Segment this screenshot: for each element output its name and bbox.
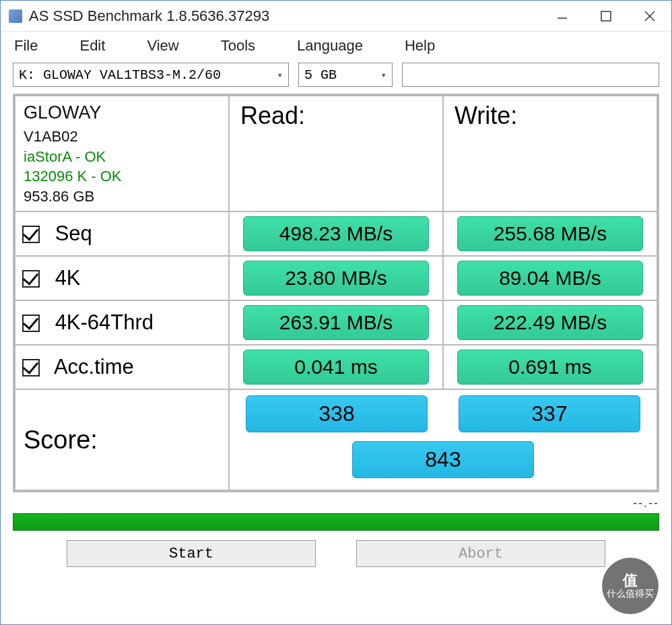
- seq-read: 498.23 MB/s: [243, 216, 429, 251]
- alignment-status: 132096 K - OK: [24, 166, 220, 187]
- watermark: 值 什么值得买: [602, 558, 659, 614]
- score-total: 843: [352, 441, 534, 478]
- checkbox-acc[interactable]: [22, 359, 40, 376]
- 4k-read: 23.80 MB/s: [243, 261, 429, 296]
- row-4k: 4K: [15, 256, 229, 300]
- size-select-value: 5 GB: [304, 67, 337, 83]
- 4k-write: 89.04 MB/s: [457, 261, 643, 296]
- results-panel: GLOWAY V1AB02 iaStorA - OK 132096 K - OK…: [13, 94, 659, 492]
- chevron-down-icon: ▾: [277, 69, 283, 81]
- drive-select-value: K: GLOWAY VAL1TBS3-M.2/60: [19, 67, 221, 83]
- toolbar: K: GLOWAY VAL1TBS3-M.2/60 ▾ 5 GB ▾: [1, 60, 671, 94]
- menu-view[interactable]: View: [140, 34, 185, 57]
- app-window: AS SSD Benchmark 1.8.5636.37293 File Edi…: [0, 0, 672, 625]
- menubar: File Edit View Tools Language Help: [1, 32, 671, 60]
- size-select[interactable]: 5 GB ▾: [298, 63, 393, 87]
- drive-info-cell: GLOWAY V1AB02 iaStorA - OK 132096 K - OK…: [15, 96, 229, 211]
- checkbox-seq[interactable]: [22, 226, 40, 243]
- filter-input[interactable]: [402, 63, 659, 87]
- header-read: Read:: [229, 96, 443, 211]
- menu-tools[interactable]: Tools: [214, 34, 262, 57]
- progress-bar: [13, 513, 659, 531]
- score-label-cell: Score:: [15, 389, 229, 490]
- 4k64-write: 222.49 MB/s: [457, 305, 643, 340]
- app-icon: [9, 9, 22, 23]
- score-write: 337: [459, 395, 640, 432]
- score-read: 338: [246, 395, 428, 432]
- close-button[interactable]: [628, 1, 671, 31]
- checkbox-4k64[interactable]: [22, 315, 40, 332]
- status-text: --.--: [13, 496, 659, 511]
- watermark-top: 值: [623, 572, 638, 589]
- chevron-down-icon: ▾: [381, 69, 387, 81]
- label-4k64: 4K-64Thrd: [55, 310, 154, 334]
- label-4k: 4K: [55, 266, 81, 290]
- checkbox-4k[interactable]: [22, 270, 40, 288]
- drive-capacity: 953.86 GB: [24, 187, 220, 207]
- maximize-button[interactable]: [584, 1, 628, 31]
- menu-edit[interactable]: Edit: [73, 34, 112, 57]
- watermark-bottom: 什么值得买: [607, 589, 654, 599]
- 4k64-read: 263.91 MB/s: [243, 305, 429, 340]
- header-write: Write:: [443, 96, 657, 211]
- score-label: Score:: [24, 426, 98, 454]
- drive-name: GLOWAY: [24, 100, 220, 125]
- drive-firmware: V1AB02: [24, 127, 220, 147]
- driver-status: iaStorA - OK: [24, 147, 220, 167]
- svg-rect-1: [601, 11, 611, 21]
- button-row: Start Abort: [1, 540, 671, 567]
- abort-button[interactable]: Abort: [356, 540, 605, 567]
- score-area: 338 337 843: [230, 390, 657, 490]
- menu-help[interactable]: Help: [398, 34, 442, 57]
- drive-select[interactable]: K: GLOWAY VAL1TBS3-M.2/60 ▾: [13, 63, 289, 87]
- seq-write: 255.68 MB/s: [457, 216, 643, 251]
- row-4k64: 4K-64Thrd: [15, 300, 229, 345]
- titlebar: AS SSD Benchmark 1.8.5636.37293: [1, 1, 671, 32]
- label-acc: Acc.time: [54, 355, 134, 379]
- row-seq: Seq: [15, 211, 229, 256]
- minimize-button[interactable]: [540, 1, 584, 31]
- acc-write: 0.691 ms: [457, 350, 643, 385]
- menu-file[interactable]: File: [7, 34, 44, 57]
- window-title: AS SSD Benchmark 1.8.5636.37293: [29, 7, 540, 25]
- start-button[interactable]: Start: [67, 540, 316, 567]
- menu-language[interactable]: Language: [290, 34, 370, 57]
- label-seq: Seq: [55, 222, 92, 245]
- acc-read: 0.041 ms: [243, 350, 429, 385]
- row-acc: Acc.time: [15, 345, 229, 389]
